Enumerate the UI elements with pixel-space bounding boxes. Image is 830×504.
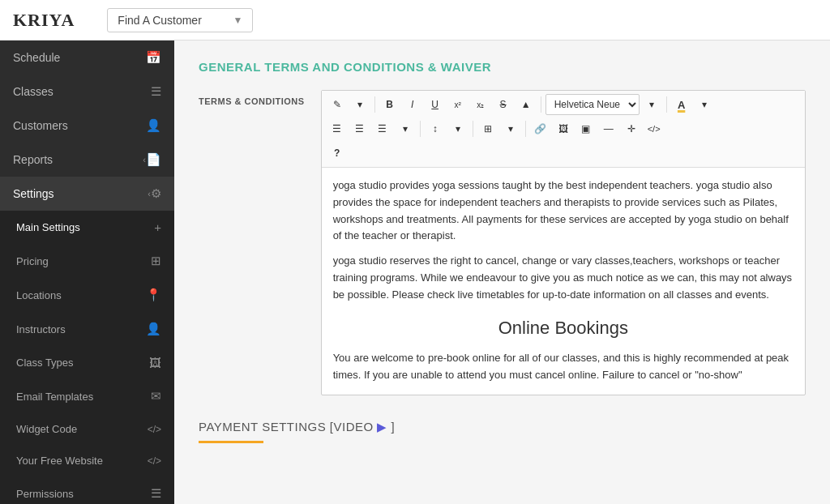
- align-dropdown-icon[interactable]: ▾: [395, 118, 416, 139]
- move-button[interactable]: ✛: [621, 118, 642, 139]
- editor-paragraph-2: yoga studio reserves the right to cancel…: [333, 253, 794, 303]
- sidebar-label-settings: Settings: [13, 187, 144, 200]
- reports-icon: 📄: [146, 152, 161, 167]
- sidebar-item-customers[interactable]: Customers 👤: [0, 109, 174, 143]
- line-height-dropdown-icon[interactable]: ▾: [447, 118, 468, 139]
- app-logo: KRIYA: [13, 10, 75, 31]
- label-class-types: Class Types: [16, 357, 149, 369]
- sidebar-item-main-settings[interactable]: Main Settings +: [0, 211, 174, 244]
- image-button[interactable]: 🖼: [553, 118, 574, 139]
- main-settings-plus-icon: +: [154, 220, 161, 234]
- bold-button[interactable]: B: [379, 94, 400, 115]
- schedule-icon: 📅: [146, 50, 161, 65]
- play-icon[interactable]: ▶: [377, 420, 387, 434]
- find-customer-dropdown[interactable]: Find A Customer ▼: [107, 8, 253, 32]
- unordered-list-button[interactable]: ☰: [327, 118, 348, 139]
- terms-label: TERMS & CONDITIONS: [199, 90, 305, 395]
- sidebar-item-settings[interactable]: Settings ‹ ⚙: [0, 177, 174, 211]
- italic-button[interactable]: I: [402, 94, 423, 115]
- sidebar-item-pricing[interactable]: Pricing ⊞: [0, 244, 174, 278]
- settings-gear-icon: ⚙: [151, 186, 161, 201]
- video-button[interactable]: ▣: [575, 118, 597, 139]
- link-button[interactable]: 🔗: [530, 118, 551, 139]
- sidebar-item-free-website[interactable]: Your Free Website </>: [0, 445, 174, 476]
- dropdown-arrow-toolbar-icon[interactable]: ▾: [349, 94, 370, 115]
- sidebar-item-widget-code[interactable]: Widget Code </>: [0, 413, 174, 445]
- payment-title-text: PAYMENT SETTINGS: [199, 420, 326, 434]
- sidebar-item-classes[interactable]: Classes ☰: [0, 75, 174, 109]
- sidebar-item-permissions[interactable]: Permissions ☰: [0, 476, 174, 504]
- toolbar-row-1: ✎ ▾ B I U x² x₂ S ▲ Helvetica Neue: [327, 94, 800, 115]
- sidebar-item-class-types[interactable]: Class Types 🖼: [0, 346, 174, 379]
- label-locations: Locations: [16, 289, 146, 301]
- sidebar-label-reports: Reports: [13, 153, 139, 166]
- label-pricing: Pricing: [16, 255, 151, 267]
- ordered-list-button[interactable]: ☰: [349, 118, 370, 139]
- font-color-a-icon: A: [678, 99, 685, 111]
- sidebar-label-customers: Customers: [13, 119, 146, 132]
- editor-paragraph-3: You are welcome to pre-book online for a…: [333, 350, 794, 384]
- topbar: KRIYA Find A Customer ▼: [0, 0, 830, 41]
- label-widget-code: Widget Code: [16, 423, 148, 435]
- divider-5: [473, 121, 473, 137]
- main-content: GENERAL TERMS AND CONDITIONS & WAIVER TE…: [174, 41, 830, 504]
- sidebar-label-schedule: Schedule: [13, 51, 146, 64]
- settings-submenu: Main Settings + Pricing ⊞ Locations 📍 In…: [0, 211, 174, 504]
- sidebar-label-classes: Classes: [13, 85, 151, 98]
- pencil-button[interactable]: ✎: [327, 94, 348, 115]
- code-button[interactable]: </>: [644, 118, 665, 139]
- toolbar-row-2: ☰ ☰ ☰ ▾ ↕ ▾ ⊞ ▾ 🔗 🖼 ▣ —: [327, 118, 800, 139]
- sidebar-item-locations[interactable]: Locations 📍: [0, 278, 174, 312]
- label-main-settings: Main Settings: [16, 221, 154, 233]
- font-color-dropdown-icon[interactable]: ▾: [694, 94, 715, 115]
- sidebar-item-reports[interactable]: Reports ‹ 📄: [0, 143, 174, 177]
- classes-icon: ☰: [151, 84, 161, 99]
- instructors-person-icon: 👤: [146, 322, 161, 336]
- payment-video-bracket-close: ]: [391, 420, 396, 434]
- font-dropdown-arrow-icon[interactable]: ▾: [641, 94, 662, 115]
- divider-1: [374, 96, 375, 113]
- align-button[interactable]: ☰: [372, 118, 393, 139]
- sidebar: Schedule 📅 Classes ☰ Customers 👤 Reports…: [0, 41, 174, 504]
- divider-4: [420, 121, 421, 137]
- help-button[interactable]: ?: [327, 143, 348, 164]
- find-customer-label: Find A Customer: [118, 14, 202, 27]
- sidebar-item-instructors[interactable]: Instructors 👤: [0, 312, 174, 346]
- email-templates-icon: ✉: [151, 389, 161, 404]
- line-height-button[interactable]: ↕: [425, 118, 446, 139]
- divider-2: [541, 96, 541, 113]
- subscript-button[interactable]: x₂: [470, 94, 491, 115]
- payment-settings-section: PAYMENT SETTINGS [VIDEO ▶ ]: [199, 420, 806, 443]
- strikethrough-button[interactable]: S: [493, 94, 514, 115]
- divider-3: [666, 96, 667, 113]
- font-family-select[interactable]: Helvetica Neue: [545, 94, 640, 115]
- highlight-button[interactable]: ▲: [516, 94, 537, 115]
- payment-video-bracket-open: [VIDEO: [330, 420, 374, 434]
- rich-text-editor[interactable]: ✎ ▾ B I U x² x₂ S ▲ Helvetica Neue: [321, 90, 806, 395]
- superscript-button[interactable]: x²: [447, 94, 468, 115]
- label-free-website: Your Free Website: [16, 455, 148, 467]
- table-button[interactable]: ⊞: [477, 118, 498, 139]
- editor-heading: Online Bookings: [333, 314, 794, 342]
- toolbar-row-3: ?: [327, 143, 800, 164]
- editor-body[interactable]: yoga studio provides yoga sessions taugh…: [322, 168, 805, 395]
- sidebar-item-schedule[interactable]: Schedule 📅: [0, 41, 174, 75]
- font-color-button[interactable]: A: [671, 94, 692, 115]
- permissions-icon: ☰: [151, 486, 161, 501]
- table-dropdown-icon[interactable]: ▾: [500, 118, 521, 139]
- payment-underline-decoration: [199, 441, 263, 443]
- dropdown-arrow-icon: ▼: [233, 15, 242, 26]
- payment-settings-title: PAYMENT SETTINGS [VIDEO ▶ ]: [199, 420, 806, 434]
- terms-row: TERMS & CONDITIONS ✎ ▾ B I U x² x₂ S: [199, 90, 806, 395]
- class-types-image-icon: 🖼: [149, 356, 161, 369]
- underline-button[interactable]: U: [425, 94, 446, 115]
- editor-toolbar: ✎ ▾ B I U x² x₂ S ▲ Helvetica Neue: [322, 91, 805, 168]
- divider-6: [525, 121, 526, 137]
- free-website-icon: </>: [148, 455, 161, 467]
- sidebar-item-email-templates[interactable]: Email Templates ✉: [0, 379, 174, 413]
- widget-code-icon: </>: [148, 424, 161, 435]
- general-terms-title: GENERAL TERMS AND CONDITIONS & WAIVER: [199, 60, 806, 74]
- layout: Schedule 📅 Classes ☰ Customers 👤 Reports…: [0, 41, 830, 504]
- label-email-templates: Email Templates: [16, 391, 151, 403]
- hr-button[interactable]: —: [598, 118, 619, 139]
